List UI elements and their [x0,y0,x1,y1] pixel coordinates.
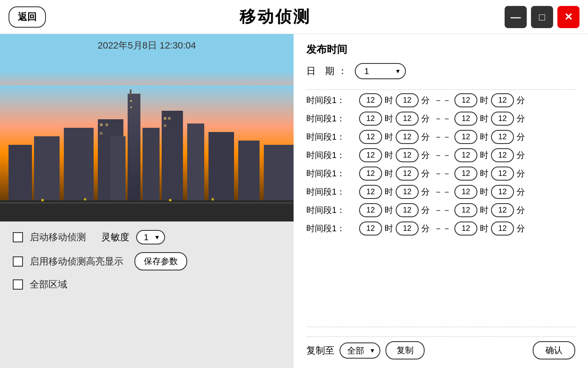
slot-6-h2[interactable]: 12 [454,203,477,217]
copy-section: 复制至 全部 周一 周二 周三 周四 周五 周六 周日 ▼ 复制 [306,341,425,359]
unit-hour-2-0: 时 [480,95,488,106]
time-slot-row: 时间段1： 12 时 12 分 －－ 12 时 12 分 [306,112,571,126]
sensitivity-select[interactable]: 1 2 3 4 5 [136,230,165,244]
svg-point-16 [41,199,44,201]
camera-timestamp: 2022年5月8日 12:30:04 [97,39,196,52]
title-bar: 返回 移动侦测 — □ ✕ [0,0,588,34]
unit-min-2-1: 分 [517,113,525,124]
slot-0-m2[interactable]: 12 [491,93,514,107]
slot-1-h2[interactable]: 12 [454,112,477,126]
unit-hour-1-0: 时 [385,95,393,106]
time-slot-row: 时间段1： 12 时 12 分 －－ 12 时 12 分 [306,148,571,162]
slot-label-2: 时间段1： [306,131,357,143]
time-slot-row: 时间段1： 12 时 12 分 －－ 12 时 12 分 [306,93,571,107]
slot-label-1: 时间段1： [306,113,357,124]
slot-6-m2[interactable]: 12 [491,203,514,217]
slot-7-h1[interactable]: 12 [359,221,382,236]
date-row: 日 期： 1 2 3 4 5 6 7 ▼ [306,63,575,79]
dash-7: －－ [434,223,451,234]
unit-hour-1-7: 时 [385,223,393,234]
slot-0-h1[interactable]: 12 [359,93,382,107]
slot-label-3: 时间段1： [306,150,357,161]
unit-hour-2-2: 时 [480,131,488,143]
slot-5-m1[interactable]: 12 [396,185,419,199]
slot-2-m1[interactable]: 12 [396,130,419,144]
all-area-checkbox[interactable] [13,279,23,290]
close-button[interactable]: ✕ [557,6,579,28]
slot-label-6: 时间段1： [306,204,357,216]
svg-rect-27 [130,106,132,108]
slot-7-m2[interactable]: 12 [491,221,514,236]
slot-0-h2[interactable]: 12 [454,93,477,107]
unit-min-2-7: 分 [517,223,525,234]
time-slots-area: 时间段1： 12 时 12 分 －－ 12 时 12 分 时间段1： 12 时 … [306,93,575,323]
slot-3-m2[interactable]: 12 [491,148,514,162]
highlight-label: 启用移动侦测高亮显示 [30,255,123,268]
confirm-button[interactable]: 确认 [533,341,575,359]
slot-6-m1[interactable]: 12 [396,203,419,217]
slot-4-m1[interactable]: 12 [396,167,419,181]
svg-rect-23 [164,117,166,120]
time-slot-row: 时间段1： 12 时 12 分 －－ 12 时 12 分 [306,167,571,181]
slot-3-h1[interactable]: 12 [359,148,382,162]
slot-0-m1[interactable]: 12 [396,93,419,107]
unit-min-1-1: 分 [421,113,430,124]
date-select-wrapper: 1 2 3 4 5 6 7 ▼ [355,63,406,79]
slot-5-m2[interactable]: 12 [491,185,514,199]
minimize-button[interactable]: — [505,6,527,28]
dash-2: －－ [434,131,451,143]
slot-2-m2[interactable]: 12 [491,130,514,144]
slot-1-m1[interactable]: 12 [396,112,419,126]
controls-area: 启动移动侦测 灵敏度 1 2 3 4 5 ▼ 启用移动侦测高亮显示 保 [0,221,294,368]
unit-hour-2-4: 时 [480,168,488,179]
svg-point-19 [211,198,214,201]
svg-rect-15 [0,202,294,204]
slot-3-m1[interactable]: 12 [396,148,419,162]
slot-2-h1[interactable]: 12 [359,130,382,144]
unit-hour-1-3: 时 [385,150,393,161]
all-area-row: 全部区域 [13,278,281,291]
copy-select[interactable]: 全部 周一 周二 周三 周四 周五 周六 周日 [340,342,380,359]
copy-label: 复制至 [306,344,334,357]
page-title: 移动侦测 [240,6,311,28]
slot-6-h1[interactable]: 12 [359,203,382,217]
dash-3: －－ [434,150,451,161]
unit-hour-2-7: 时 [480,223,488,234]
unit-min-2-0: 分 [517,95,525,106]
svg-rect-21 [106,124,108,126]
save-button[interactable]: 保存参数 [134,252,187,270]
motion-detect-checkbox[interactable] [13,232,23,242]
window-controls: — □ ✕ [505,6,579,28]
slot-3-h2[interactable]: 12 [454,148,477,162]
slot-7-h2[interactable]: 12 [454,221,477,236]
slot-4-h1[interactable]: 12 [359,167,382,181]
time-slot-row: 时间段1： 12 时 12 分 －－ 12 时 12 分 [306,203,571,217]
back-button[interactable]: 返回 [9,6,46,28]
unit-hour-1-2: 时 [385,131,393,143]
highlight-checkbox[interactable] [13,256,23,267]
left-panel: 2022年5月8日 12:30:04 [0,34,294,368]
slot-5-h2[interactable]: 12 [454,185,477,199]
unit-min-1-3: 分 [421,150,430,161]
unit-min-2-4: 分 [517,168,525,179]
slot-1-m2[interactable]: 12 [491,112,514,126]
svg-point-18 [169,199,171,201]
slot-2-h2[interactable]: 12 [454,130,477,144]
slot-5-h1[interactable]: 12 [359,185,382,199]
maximize-button[interactable]: □ [531,6,553,28]
slot-7-m1[interactable]: 12 [396,221,419,236]
sensitivity-select-wrapper: 1 2 3 4 5 ▼ [136,230,165,244]
svg-rect-26 [130,100,132,102]
slot-4-m2[interactable]: 12 [491,167,514,181]
unit-hour-2-3: 时 [480,150,488,161]
highlight-row: 启用移动侦测高亮显示 保存参数 [13,252,281,270]
slot-1-h1[interactable]: 12 [359,112,382,126]
copy-button[interactable]: 复制 [385,341,425,359]
slot-label-4: 时间段1： [306,168,357,179]
unit-min-2-3: 分 [517,150,525,161]
dash-0: －－ [434,95,451,106]
all-area-label: 全部区域 [30,278,67,291]
date-select[interactable]: 1 2 3 4 5 6 7 [355,63,406,79]
slot-4-h2[interactable]: 12 [454,167,477,181]
svg-rect-22 [100,132,103,135]
